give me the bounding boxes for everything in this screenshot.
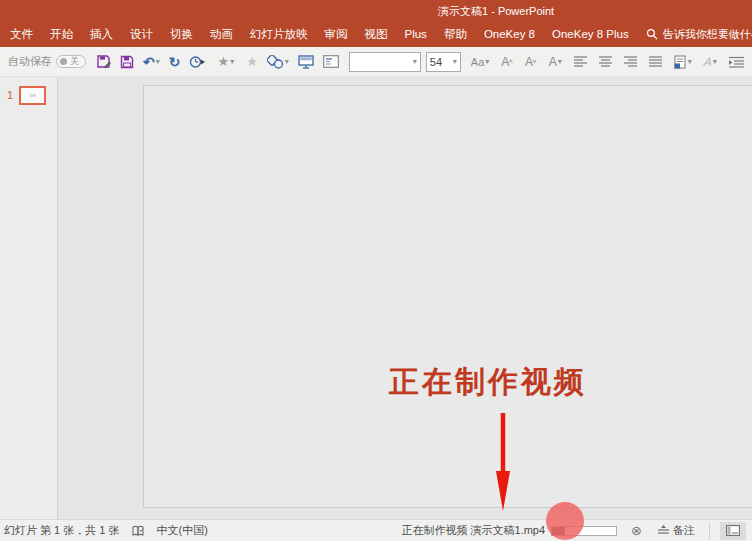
cancel-export-icon[interactable]: ⊗ — [631, 524, 642, 537]
rehearse-clock-icon — [189, 55, 205, 69]
grow-font-button[interactable]: A˄ — [499, 51, 515, 73]
redo-button[interactable]: ↻ — [167, 51, 183, 73]
font-size-combobox[interactable]: 54 ▾ — [426, 52, 461, 72]
font-color-button[interactable]: A▾ — [547, 51, 564, 73]
tab-insert[interactable]: 插入 — [90, 27, 113, 42]
justify-button[interactable] — [647, 51, 664, 73]
align-center-icon — [599, 56, 612, 67]
font-color-caret-icon: ▾ — [558, 57, 562, 66]
textbox-button[interactable] — [321, 51, 341, 73]
tab-view[interactable]: 视图 — [365, 27, 388, 42]
annotation-arrow-icon — [494, 411, 512, 513]
shrink-font-button[interactable]: A˅ — [523, 51, 539, 73]
paste-options-button[interactable]: ▾ — [672, 51, 694, 73]
font-size-caret-icon: ▾ — [453, 57, 457, 66]
save-pen-icon — [96, 54, 111, 69]
notes-label: 备注 — [673, 523, 695, 538]
save-annotate-button[interactable] — [94, 51, 113, 73]
notes-icon — [658, 525, 669, 536]
slide-thumbnail[interactable] — [19, 86, 46, 105]
redo-icon: ↻ — [169, 55, 181, 69]
ribbon-tab-bar: 文件 开始 插入 设计 切换 动画 幻灯片放映 审阅 视图 Plus 帮助 On… — [0, 21, 752, 47]
undo-icon: ↶ — [143, 55, 155, 69]
tab-home[interactable]: 开始 — [50, 27, 73, 42]
indent-icon — [729, 56, 744, 68]
font-color-label: A — [549, 55, 557, 69]
autosave-label: 自动保存 — [8, 54, 52, 69]
shrink-font-arrow-icon: ˅ — [532, 57, 537, 66]
search-label: 告诉我你想要做什么 — [663, 27, 752, 42]
indent-button[interactable] — [727, 51, 746, 73]
search-icon — [646, 28, 658, 40]
star-icon-2: ★ — [246, 55, 258, 68]
tell-me-search[interactable]: 告诉我你想要做什么 — [646, 27, 752, 42]
undo-button[interactable]: ↶▾ — [141, 51, 162, 73]
tab-onekey8plus[interactable]: OneKey 8 Plus — [552, 28, 629, 40]
quick-star-button-2[interactable]: ★ — [244, 51, 260, 73]
normal-view-icon — [726, 525, 740, 536]
star-icon: ★ — [217, 55, 229, 68]
slide-number: 1 — [7, 89, 13, 101]
grow-font-arrow-icon: ˄ — [508, 57, 513, 66]
change-case-button[interactable]: Aa▾ — [469, 51, 491, 73]
align-right-icon — [624, 56, 637, 67]
tab-help[interactable]: 帮助 — [444, 27, 467, 42]
quick-access-toolbar: 自动保存 关 ↶▾ ↻ ★▾ ★ ▾ — [0, 47, 752, 77]
shapes-button[interactable]: ▾ — [265, 51, 291, 73]
justify-icon — [649, 56, 662, 67]
paste-options-icon — [674, 55, 687, 69]
export-progress-bar — [551, 526, 617, 536]
text-effects-caret-icon: ▾ — [713, 57, 717, 66]
tab-file[interactable]: 文件 — [10, 27, 33, 42]
tab-plus[interactable]: Plus — [405, 28, 427, 40]
annotation-text: 正在制作视频 — [389, 362, 587, 403]
tab-animations[interactable]: 动画 — [210, 27, 233, 42]
slide-info: 幻灯片 第 1 张，共 1 张 — [4, 523, 120, 538]
workspace: 1 正在制作视频 — [0, 77, 752, 519]
tab-review[interactable]: 审阅 — [325, 27, 348, 42]
tab-transitions[interactable]: 切换 — [170, 27, 193, 42]
save-button[interactable] — [118, 51, 136, 73]
change-case-caret-icon: ▾ — [485, 57, 489, 66]
tab-design[interactable]: 设计 — [130, 27, 153, 42]
quick-star-button[interactable]: ★▾ — [215, 51, 236, 73]
tab-onekey8[interactable]: OneKey 8 — [484, 28, 535, 40]
shapes-caret-icon: ▾ — [285, 57, 289, 66]
slide-thumbnail-panel: 1 — [0, 77, 58, 519]
language-status[interactable]: 中文(中国) — [157, 523, 208, 538]
title-bar: 演示文稿1 - PowerPoint — [0, 0, 752, 21]
text-effects-button[interactable]: A▾ — [702, 51, 719, 73]
star-caret-icon: ▾ — [230, 57, 234, 66]
tab-slideshow[interactable]: 幻灯片放映 — [250, 27, 308, 42]
powerpoint-window: { "titlebar": { "title": "演示文稿1 - PowerP… — [0, 0, 752, 541]
font-size-value: 54 — [430, 56, 442, 68]
export-progress-fill — [552, 527, 565, 535]
thumbnail-content — [30, 94, 36, 97]
text-effects-icon: A — [701, 55, 714, 69]
paste-options-caret-icon: ▾ — [688, 57, 692, 66]
status-bar: 幻灯片 第 1 张，共 1 张 中文(中国) 正在制作视频 演示文稿1.mp4 … — [0, 519, 752, 541]
rehearse-timings-button[interactable] — [187, 51, 207, 73]
slide-canvas[interactable] — [143, 85, 752, 508]
window-title: 演示文稿1 - PowerPoint — [438, 4, 554, 19]
start-slideshow-button[interactable] — [296, 51, 316, 73]
font-name-caret-icon: ▾ — [413, 57, 417, 66]
align-center-button[interactable] — [597, 51, 614, 73]
save-icon — [120, 55, 134, 69]
statusbar-separator — [709, 523, 710, 539]
normal-view-button[interactable] — [720, 522, 746, 540]
font-name-combobox[interactable]: ▾ — [349, 52, 421, 72]
textbox-icon — [323, 55, 339, 68]
proofing-icon[interactable] — [132, 525, 145, 537]
toggle-dot-icon — [60, 58, 67, 65]
undo-caret-icon: ▾ — [156, 57, 160, 66]
autosave-state: 关 — [70, 57, 79, 66]
align-left-button[interactable] — [572, 51, 589, 73]
monitor-slide-icon — [298, 55, 314, 69]
change-case-label: Aa — [471, 56, 484, 68]
align-right-button[interactable] — [622, 51, 639, 73]
autosave-toggle[interactable]: 关 — [56, 55, 86, 68]
shapes-icon — [267, 55, 284, 69]
export-status-text: 正在制作视频 演示文稿1.mp4 — [401, 523, 545, 538]
notes-button[interactable]: 备注 — [658, 523, 695, 538]
